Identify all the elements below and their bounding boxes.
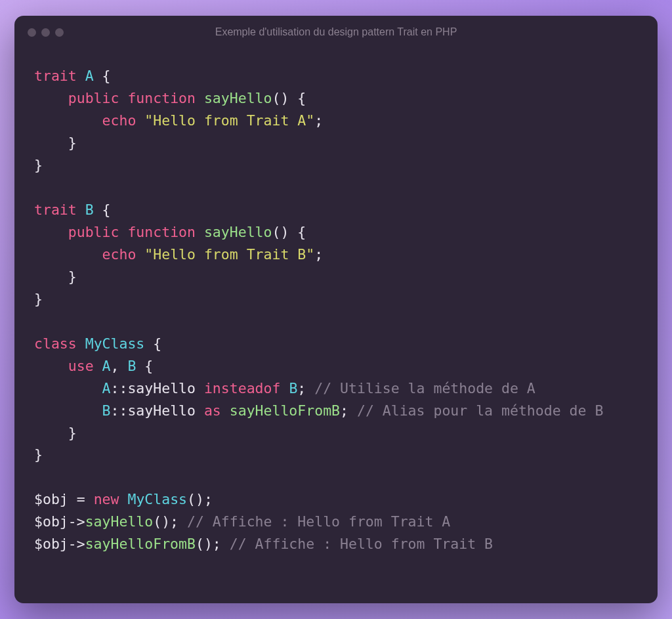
kw-trait: trait bbox=[34, 68, 77, 84]
code-window: Exemple d'utilisation du design pattern … bbox=[14, 16, 658, 603]
kw-echo: echo bbox=[102, 112, 136, 129]
kw-use: use bbox=[68, 358, 94, 374]
type-b: B bbox=[289, 380, 297, 396]
type-b: B bbox=[102, 402, 111, 419]
close-icon[interactable] bbox=[28, 28, 36, 37]
comment-2: // Alias pour la méthode de B bbox=[357, 402, 603, 419]
kw-as: as bbox=[204, 402, 221, 419]
type-a: A bbox=[102, 380, 111, 396]
fn-sayhellofromb: sayHelloFromB bbox=[230, 402, 340, 419]
comment-1: // Utilise la méthode de A bbox=[314, 380, 536, 396]
fn-sayhello: sayHello bbox=[204, 90, 272, 106]
maximize-icon[interactable] bbox=[55, 28, 64, 37]
type-a: A bbox=[102, 358, 111, 374]
kw-public: public bbox=[68, 90, 119, 106]
kw-function: function bbox=[127, 224, 196, 240]
window-controls bbox=[28, 28, 64, 37]
comment-4: // Affiche : Hello from Trait B bbox=[230, 536, 493, 552]
code-content: trait A { public function sayHello() { e… bbox=[14, 49, 658, 603]
call-sayhellofromb: sayHelloFromB bbox=[85, 536, 196, 552]
kw-trait: trait bbox=[34, 202, 77, 218]
str-a: "Hello from Trait A" bbox=[144, 112, 314, 129]
comment-3: // Affiche : Hello from Trait A bbox=[187, 513, 450, 530]
kw-function: function bbox=[127, 90, 196, 106]
type-myclass: MyClass bbox=[127, 491, 187, 507]
var-obj: $obj bbox=[34, 513, 68, 530]
kw-new: new bbox=[94, 491, 119, 507]
titlebar: Exemple d'utilisation du design pattern … bbox=[14, 16, 658, 49]
call-sayhello: sayHello bbox=[127, 380, 196, 396]
type-myclass: MyClass bbox=[85, 335, 145, 352]
kw-insteadof: insteadof bbox=[204, 380, 281, 396]
type-b: B bbox=[85, 202, 94, 218]
var-obj: $obj bbox=[34, 536, 68, 552]
str-b: "Hello from Trait B" bbox=[144, 246, 314, 263]
fn-sayhello: sayHello bbox=[204, 224, 272, 240]
kw-public: public bbox=[68, 224, 119, 240]
kw-class: class bbox=[34, 335, 77, 352]
type-b: B bbox=[127, 358, 136, 374]
type-a: A bbox=[85, 68, 94, 84]
window-title: Exemple d'utilisation du design pattern … bbox=[14, 26, 658, 38]
call-sayhello: sayHello bbox=[85, 513, 154, 530]
call-sayhello: sayHello bbox=[127, 402, 196, 419]
var-obj: $obj bbox=[34, 491, 68, 507]
minimize-icon[interactable] bbox=[41, 28, 50, 37]
kw-echo: echo bbox=[102, 246, 136, 263]
